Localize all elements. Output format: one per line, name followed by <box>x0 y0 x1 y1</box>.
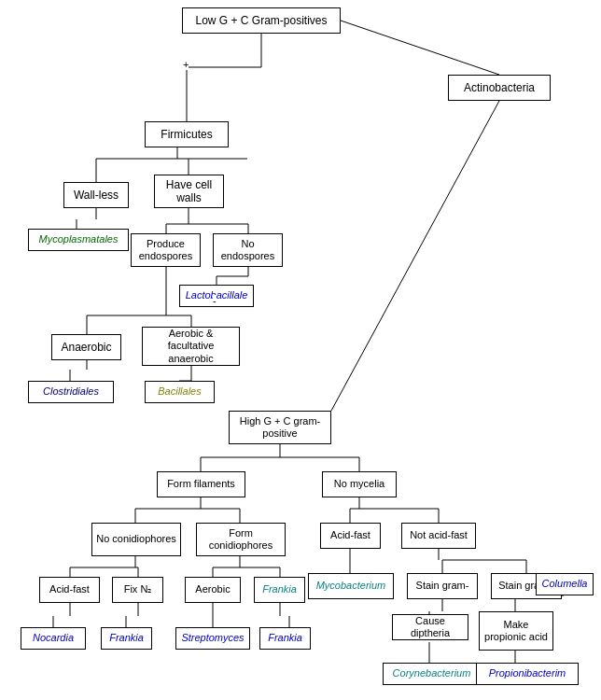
no-endospores-node: No endospores <box>213 233 283 267</box>
bacillales-node: Bacillales <box>145 381 215 403</box>
form-filaments-node: Form filaments <box>157 471 245 497</box>
make-propionic-node: Make propionic acid <box>479 611 553 651</box>
actinobacteria-node: Actinobacteria <box>448 75 551 101</box>
streptomyces-node: Streptomyces <box>175 627 250 650</box>
minus-label: - <box>213 295 217 306</box>
form-conidiophores-node: Form conidiophores <box>196 523 286 556</box>
produce-endospores-node: Produce endospores <box>131 233 201 267</box>
clostridiales-node: Clostridiales <box>28 381 114 403</box>
anaerobic-node: Anaerobic <box>51 334 121 360</box>
columella-node: Columella <box>536 573 594 595</box>
no-conidiophores-node: No conidiophores <box>91 523 181 556</box>
havecell-node: Have cell walls <box>154 175 224 208</box>
frankia-top-node: Frankia <box>254 577 305 603</box>
svg-line-25 <box>331 101 499 411</box>
no-mycelia-node: No mycelia <box>322 471 397 497</box>
propionibacterim-node: Propionibacterim <box>476 663 579 685</box>
cause-diptheria-node: Cause diptheria <box>392 614 468 640</box>
svg-line-0 <box>341 21 499 75</box>
acid-fast-right-node: Acid-fast <box>320 523 381 549</box>
highgc-node: High G + C gram-positive <box>229 411 331 444</box>
fixn2-node: Fix N₂ <box>112 577 163 603</box>
frankia3-node: Frankia <box>259 627 311 650</box>
firmicutes-node: Firmicutes <box>145 121 229 147</box>
mycobacterium-node: Mycobacterium <box>308 573 394 599</box>
corynebacterium-node: Corynebacterium <box>383 663 481 685</box>
aerobic-facultative-node: Aerobic & facultative anaerobic <box>142 327 240 366</box>
stain-gram-minus-node: Stain gram- <box>407 573 478 599</box>
root-node: Low G + C Gram-positives <box>182 7 341 34</box>
wallless-node: Wall-less <box>63 182 129 208</box>
lactobacillale-node: Lactobacillale <box>179 285 254 307</box>
aerobic2-node: Aerobic <box>185 577 241 603</box>
mycoplasmatales-node: Mycoplasmatales <box>28 229 129 251</box>
frankia2-node: Frankia <box>101 627 152 650</box>
nocardia-node: Nocardia <box>21 627 86 650</box>
not-acid-fast-node: Not acid-fast <box>401 523 476 549</box>
acid-fast-left-node: Acid-fast <box>39 577 100 603</box>
plus-label: + <box>183 59 189 70</box>
